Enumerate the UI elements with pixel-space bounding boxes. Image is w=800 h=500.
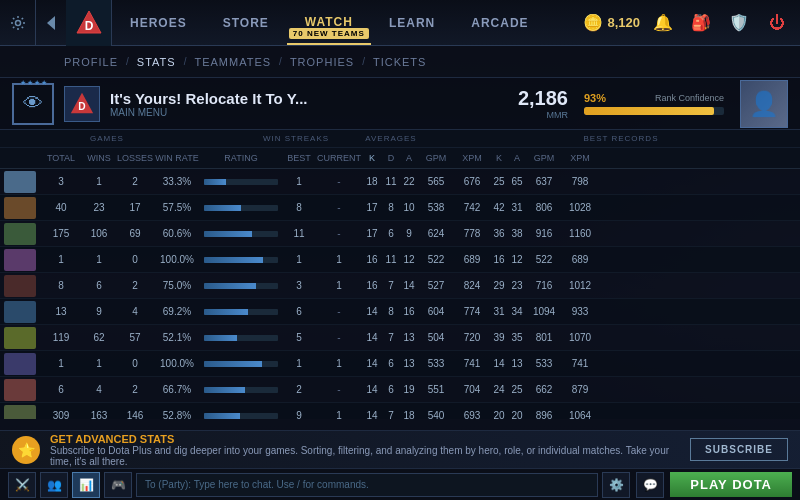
cell-best: 1: [282, 176, 316, 187]
chat-input[interactable]: To (Party): Type here to chat. Use / for…: [136, 473, 598, 497]
table-row[interactable]: 8 6 2 75.0% 3 1 16 7 14 527 824 29 23 71…: [0, 273, 800, 299]
nav-items: HEROES STORE WATCH 70 New Teams LEARN AR…: [112, 0, 575, 45]
col-current-label: CURRENT: [316, 153, 362, 163]
cell-ba: 38: [508, 228, 526, 239]
cell-d: 11: [382, 176, 400, 187]
cell-total: 40: [40, 202, 82, 213]
cell-rating: [200, 361, 282, 367]
table-row[interactable]: 6 4 2 66.7% 2 - 14 6 19 551 704 24 25 66…: [0, 377, 800, 403]
col-gpm-label[interactable]: GPM: [418, 153, 454, 163]
nav-watch[interactable]: WATCH 70 New Teams: [287, 0, 371, 45]
subscribe-button[interactable]: SUBSCRIBE: [690, 438, 788, 461]
top-navigation: D HEROES STORE WATCH 70 New Teams LEARN …: [0, 0, 800, 46]
cell-d: 6: [382, 358, 400, 369]
profile-button[interactable]: 🛡️: [724, 8, 754, 38]
footer-icon-1[interactable]: ⚔️: [8, 472, 36, 498]
table-row[interactable]: 13 9 4 69.2% 6 - 14 8 16 604 774 31 34 1…: [0, 299, 800, 325]
settings-button[interactable]: [0, 0, 36, 46]
dota-plus-icon: ⭐: [12, 436, 40, 464]
cell-wins: 1: [82, 358, 116, 369]
cell-winrate: 60.6%: [154, 228, 200, 239]
subnav-trophies[interactable]: TROPHIES: [286, 56, 358, 68]
cell-d: 7: [382, 410, 400, 419]
cell-winrate: 57.5%: [154, 202, 200, 213]
col-a-label[interactable]: A: [400, 153, 418, 163]
cell-total: 1: [40, 254, 82, 265]
subnav-stats[interactable]: STATS: [133, 56, 180, 68]
table-row[interactable]: 1 1 0 100.0% 1 1 14 6 13 533 741 14 13 5…: [0, 351, 800, 377]
col-rating-label: RATING: [200, 153, 282, 163]
col-bxpm-label[interactable]: XPM: [562, 153, 598, 163]
cell-rating: [200, 205, 282, 211]
table-row[interactable]: 119 62 57 52.1% 5 - 14 7 13 504 720 39 3…: [0, 325, 800, 351]
cell-winrate: 75.0%: [154, 280, 200, 291]
nav-arcade[interactable]: ARCADE: [453, 0, 546, 45]
cell-losses: 2: [116, 384, 154, 395]
promo-content: GET ADVANCED STATS Subscribe to Dota Plu…: [50, 433, 680, 467]
footer-icon-4[interactable]: 🎮: [104, 472, 132, 498]
settings-footer-icon[interactable]: ⚙️: [602, 472, 630, 498]
cell-ba: 35: [508, 332, 526, 343]
cell-best: 1: [282, 358, 316, 369]
hero-color: [4, 379, 36, 401]
table-row[interactable]: 3 1 2 33.3% 1 - 18 11 22 565 676 25 65 6…: [0, 169, 800, 195]
cell-bxpm: 1028: [562, 202, 598, 213]
cell-a: 9: [400, 228, 418, 239]
cell-losses: 146: [116, 410, 154, 419]
hero-color: [4, 223, 36, 245]
cell-k: 18: [362, 176, 382, 187]
profile-avatar-right: 👤: [740, 80, 788, 128]
hero-icon-cell: [4, 249, 40, 271]
subnav-tickets[interactable]: TICKETS: [369, 56, 430, 68]
col-d-label[interactable]: D: [382, 153, 400, 163]
cell-bgpm: 662: [526, 384, 562, 395]
subnav-teammates[interactable]: TEAMMATES: [190, 56, 275, 68]
cell-bxpm: 1070: [562, 332, 598, 343]
hero-icon-cell: [4, 171, 40, 193]
cell-wins: 106: [82, 228, 116, 239]
nav-back-button[interactable]: [36, 0, 66, 46]
cell-current: 1: [316, 254, 362, 265]
table-row[interactable]: 1 1 0 100.0% 1 1 16 11 12 522 689 16 12 …: [0, 247, 800, 273]
table-row[interactable]: 40 23 17 57.5% 8 - 17 8 10 538 742 42 31…: [0, 195, 800, 221]
chat-footer-icon[interactable]: 💬: [636, 472, 664, 498]
profile-mmr: 2,186 MMR: [518, 87, 568, 120]
table-row[interactable]: 309 163 146 52.8% 9 1 14 7 18 540 693 20…: [0, 403, 800, 419]
cell-d: 7: [382, 332, 400, 343]
col-k-label[interactable]: K: [362, 153, 382, 163]
cell-bgpm: 522: [526, 254, 562, 265]
cell-bgpm: 806: [526, 202, 562, 213]
cell-a: 22: [400, 176, 418, 187]
get-advanced-stats-label: GET ADVANCED STATS: [50, 433, 680, 445]
cell-total: 13: [40, 306, 82, 317]
cell-bgpm: 916: [526, 228, 562, 239]
cell-xpm: 693: [454, 410, 490, 419]
nav-learn[interactable]: LEARN: [371, 0, 453, 45]
nav-store[interactable]: STORE: [205, 0, 287, 45]
cell-gpm: 504: [418, 332, 454, 343]
rank-bar-bg: [584, 107, 724, 115]
cell-losses: 0: [116, 358, 154, 369]
dota-logo: D: [66, 0, 112, 46]
cell-xpm: 676: [454, 176, 490, 187]
averages-group-label: AVERAGES: [336, 134, 446, 143]
col-bgpm-label[interactable]: GPM: [526, 153, 562, 163]
cell-losses: 2: [116, 280, 154, 291]
footer-icon-2[interactable]: 👥: [40, 472, 68, 498]
col-wins-label: WINS: [82, 153, 116, 163]
cell-bxpm: 798: [562, 176, 598, 187]
inventory-button[interactable]: 🎒: [686, 8, 716, 38]
table-row[interactable]: 175 106 69 60.6% 11 - 17 6 9 624 778 36 …: [0, 221, 800, 247]
col-bk-label[interactable]: K: [490, 153, 508, 163]
hero-color: [4, 249, 36, 271]
notifications-button[interactable]: 🔔: [648, 8, 678, 38]
footer-icon-3[interactable]: 📊: [72, 472, 100, 498]
nav-heroes[interactable]: HEROES: [112, 0, 205, 45]
col-ba-label[interactable]: A: [508, 153, 526, 163]
subnav-profile[interactable]: PROFILE: [60, 56, 122, 68]
hero-icon-cell: [4, 301, 40, 323]
power-button[interactable]: ⏻: [762, 8, 792, 38]
col-xpm-label[interactable]: XPM: [454, 153, 490, 163]
play-dota-button[interactable]: PLAY DOTA: [670, 472, 792, 497]
cell-a: 13: [400, 358, 418, 369]
